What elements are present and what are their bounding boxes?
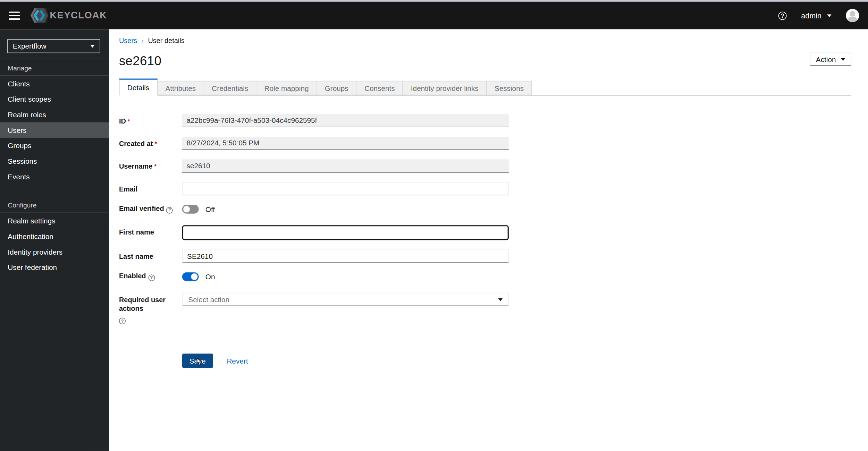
breadcrumb-users-link[interactable]: Users (119, 37, 137, 45)
sidebar-item-sessions[interactable]: Sessions (0, 153, 109, 169)
revert-link[interactable]: Revert (227, 357, 248, 365)
sidebar: Expertflow Manage Clients Client scopes … (0, 29, 109, 451)
realm-name: Expertflow (13, 42, 47, 50)
toggle-knob (191, 273, 197, 280)
email-verified-toggle[interactable] (182, 205, 199, 214)
keycloak-logo-icon (30, 8, 49, 23)
breadcrumb: Users › User details (119, 37, 851, 45)
user-menu[interactable]: admin (801, 11, 831, 20)
save-button[interactable]: Save (182, 354, 213, 368)
question-circle-icon[interactable]: ? (148, 274, 155, 281)
avatar-body (848, 17, 858, 22)
action-label: Action (816, 55, 836, 63)
question-circle-icon[interactable]: ? (119, 318, 126, 324)
toggle-knob (183, 206, 190, 212)
chevron-down-icon (90, 45, 95, 48)
chevron-down-icon (841, 58, 845, 61)
created-at-field[interactable] (182, 137, 509, 150)
tab-sessions[interactable]: Sessions (487, 81, 532, 95)
realm-selector[interactable]: Expertflow (7, 39, 100, 53)
tab-consents[interactable]: Consents (357, 81, 403, 95)
last-name-label: Last name (119, 249, 182, 263)
required-marker: * (154, 141, 157, 147)
masthead: KEYCLOAK ? admin (0, 2, 868, 29)
sidebar-item-users[interactable]: Users (0, 122, 109, 138)
keycloak-logo: KEYCLOAK (30, 8, 107, 23)
brand-text: KEYCLOAK (50, 10, 107, 21)
first-name-field[interactable] (182, 225, 509, 240)
breadcrumb-current: User details (148, 37, 184, 45)
tab-attributes[interactable]: Attributes (158, 81, 204, 95)
action-dropdown-button[interactable]: Action (810, 53, 851, 66)
id-label: ID* (119, 114, 182, 127)
hamburger-menu-icon[interactable] (9, 11, 20, 20)
required-marker: * (154, 163, 157, 170)
breadcrumb-chevron-icon: › (142, 37, 144, 44)
enabled-state: On (205, 273, 215, 281)
required-user-actions-label: Required user actions ? (119, 293, 182, 324)
avatar[interactable] (846, 9, 859, 22)
sidebar-item-authentication[interactable]: Authentication (0, 229, 109, 244)
first-name-label: First name (119, 225, 182, 240)
created-at-label: Created at* (119, 137, 182, 150)
sidebar-item-groups[interactable]: Groups (0, 138, 109, 153)
required-marker: * (128, 118, 130, 125)
avatar-head (850, 11, 855, 17)
username-label: admin (801, 11, 821, 20)
question-circle-icon[interactable]: ? (166, 207, 173, 213)
username-field[interactable] (182, 159, 509, 172)
sidebar-item-realm-roles[interactable]: Realm roles (0, 107, 109, 122)
sidebar-item-clients[interactable]: Clients (0, 76, 109, 92)
sidebar-item-client-scopes[interactable]: Client scopes (0, 91, 109, 107)
email-label: Email (119, 182, 182, 195)
username-label: Username* (119, 159, 182, 172)
chevron-down-icon (827, 14, 832, 17)
email-verified-state: Off (205, 205, 215, 213)
help-icon[interactable]: ? (778, 11, 787, 20)
tab-bar: Details Attributes Credentials Role mapp… (119, 78, 851, 95)
main-content: Users › User details se2610 Action Detai… (109, 29, 868, 451)
email-verified-label: Email verified? (119, 205, 182, 213)
enabled-label: Enabled? (119, 272, 182, 281)
app-root: KEYCLOAK ? admin Expertflow Manage Clien (0, 0, 868, 451)
required-user-actions-select[interactable]: Select action (182, 293, 509, 306)
id-field[interactable] (182, 114, 509, 127)
tab-credentials[interactable]: Credentials (204, 81, 256, 95)
chevron-down-icon (498, 298, 503, 301)
page-title: se2610 (119, 54, 161, 69)
sidebar-item-events[interactable]: Events (0, 169, 109, 184)
sidebar-item-user-federation[interactable]: User federation (0, 259, 109, 275)
user-details-form: ID* Created at* Username* (119, 114, 851, 368)
sidebar-item-identity-providers[interactable]: Identity providers (0, 244, 109, 259)
select-placeholder: Select action (188, 295, 229, 304)
nav-group-manage: Manage (0, 59, 109, 75)
tab-details[interactable]: Details (119, 78, 158, 95)
spacer (0, 184, 109, 196)
email-field[interactable] (182, 182, 509, 195)
tab-role-mapping[interactable]: Role mapping (256, 81, 317, 95)
sidebar-item-realm-settings[interactable]: Realm settings (0, 213, 109, 229)
tab-groups[interactable]: Groups (317, 81, 356, 95)
tab-identity-provider-links[interactable]: Identity provider links (403, 81, 487, 95)
enabled-toggle[interactable] (182, 272, 199, 281)
last-name-field[interactable] (182, 249, 509, 263)
nav-group-configure: Configure (0, 196, 109, 212)
